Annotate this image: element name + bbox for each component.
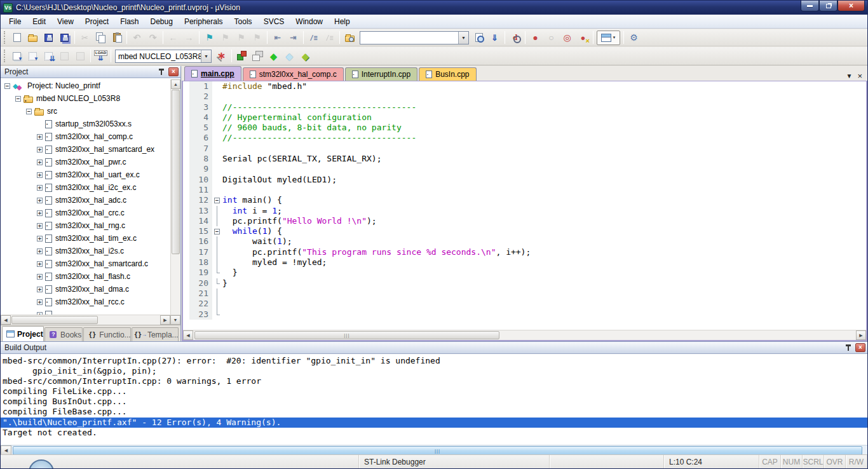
tree-item-stm32l0xx-hal-dma-c[interactable]: +stm32l0xx_hal_dma.c xyxy=(1,283,170,296)
menu-peripherals[interactable]: Peripherals xyxy=(179,16,229,27)
find-in-files-button[interactable] xyxy=(342,31,358,45)
tree-item-stm32l0xx-hal-uart-ex-c[interactable]: +stm32l0xx_hal_uart_ex.c xyxy=(1,168,170,181)
expand-icon[interactable]: + xyxy=(37,147,43,153)
build-output-line[interactable]: ".\build\Nucleo_printf.axf" - 12 Error(s… xyxy=(1,418,867,428)
expand-icon[interactable]: + xyxy=(37,274,43,280)
kill-breakpoints-button[interactable] xyxy=(575,31,591,45)
tree-item-stm32l0xx-hal-adc-c[interactable]: +stm32l0xx_hal_adc.c xyxy=(1,194,170,207)
combo-dropdown-arrow-icon[interactable]: ▼ xyxy=(458,32,468,44)
build-output-line[interactable]: gpio_init_in(&gpio, pin); xyxy=(1,366,867,376)
menu-window[interactable]: Window xyxy=(290,16,329,27)
build-output-close-button[interactable]: × xyxy=(855,343,865,352)
build-output-line[interactable]: compiling FileLike.cpp... xyxy=(1,386,867,397)
panel-tab-books[interactable]: Books xyxy=(44,327,83,341)
collapse-icon[interactable]: − xyxy=(15,96,21,102)
cut-button[interactable] xyxy=(77,31,93,45)
tree-item-startup-stm32l053xx-s[interactable]: startup_stm32l053xx.s xyxy=(1,118,170,130)
project-tree[interactable]: −Project: Nucleo_printf−mbed NUCLEO_L053… xyxy=(1,79,170,315)
tree-item-stm32l0xx-hal-rng-c[interactable]: +stm32l0xx_hal_rng.c xyxy=(1,219,170,232)
build-output-line[interactable]: mbed-src/common/InterruptIn.cpp: 0 warni… xyxy=(1,376,867,386)
build-output-line[interactable]: Target not created. xyxy=(1,428,867,438)
undo-button[interactable] xyxy=(129,31,145,45)
scrollbar-thumb[interactable]: ||| xyxy=(13,446,862,455)
target-select-combobox[interactable]: mbed NUCLEO_L053R8▼ xyxy=(115,50,212,63)
tree-item[interactable]: + xyxy=(1,308,170,315)
manage-project-items-button[interactable] xyxy=(250,49,266,64)
menu-edit[interactable]: Edit xyxy=(27,16,51,27)
configure-tools-button[interactable] xyxy=(626,31,642,45)
unindent-button[interactable] xyxy=(269,31,285,45)
pin-icon[interactable] xyxy=(845,344,852,351)
build-output-line[interactable]: compiling BusInOut.cpp... xyxy=(1,397,867,407)
expand-icon[interactable]: + xyxy=(37,248,43,254)
combo-dropdown-arrow-icon[interactable]: ▼ xyxy=(201,50,211,62)
tab-list-dropdown-button[interactable]: ▼ xyxy=(846,72,853,79)
project-panel-close-button[interactable]: × xyxy=(168,67,179,76)
tree-item-src[interactable]: −src xyxy=(1,105,170,118)
uncomment-selection-button[interactable] xyxy=(322,31,337,45)
pin-icon[interactable] xyxy=(158,68,165,76)
incremental-find-button[interactable] xyxy=(487,31,503,45)
tree-item-stm32l0xx-hal-pwr-c[interactable]: +stm32l0xx_hal_pwr.c xyxy=(1,156,170,168)
panel-tab-templa[interactable]: Templa... xyxy=(132,327,179,341)
expand-icon[interactable]: + xyxy=(37,210,43,216)
expand-icon[interactable]: + xyxy=(37,312,43,315)
tree-item-stm32l0xx-hal-i2s-c[interactable]: +stm32l0xx_hal_i2s.c xyxy=(1,245,170,257)
options-for-target-button[interactable] xyxy=(214,49,229,64)
find-in-files-dialog-button[interactable] xyxy=(471,31,487,45)
close-tab-button[interactable]: × xyxy=(857,71,862,81)
download-button[interactable] xyxy=(93,49,109,64)
prev-bookmark-button[interactable] xyxy=(217,31,233,45)
manage-rte-button[interactable] xyxy=(234,49,250,64)
search-combobox[interactable]: ▼ xyxy=(360,31,469,44)
next-bookmark-button[interactable] xyxy=(233,31,249,45)
rebuild-button[interactable] xyxy=(41,49,57,64)
build-button[interactable] xyxy=(25,49,41,64)
panel-tab-functio[interactable]: Functio... xyxy=(83,327,131,341)
pack-installer-button[interactable] xyxy=(281,49,297,64)
debug-windows-button[interactable]: ▼ xyxy=(597,31,620,45)
scroll-right-button[interactable]: ▶ xyxy=(856,330,866,340)
expand-icon[interactable]: + xyxy=(37,198,43,203)
build-output-log[interactable]: mbed-src/common/InterruptIn.cpp(27): err… xyxy=(1,354,867,445)
menu-file[interactable]: File xyxy=(3,16,27,27)
copy-button[interactable] xyxy=(93,31,109,45)
comment-selection-button[interactable] xyxy=(306,31,322,45)
tree-item-stm32l0xx-hal-tim-ex-c[interactable]: +stm32l0xx_hal_tim_ex.c xyxy=(1,232,170,245)
editor-tab-stm32l0xx-hal-comp-c[interactable]: stm32l0xx_hal_comp.c xyxy=(243,67,344,81)
redo-button[interactable] xyxy=(145,31,161,45)
scrollbar-thumb[interactable]: ||| xyxy=(194,331,499,339)
scroll-down-button[interactable]: ▼ xyxy=(170,315,180,325)
tree-item-stm32l0xx-hal-crc-c[interactable]: +stm32l0xx_hal_crc.c xyxy=(1,207,170,219)
toolbar-grip[interactable] xyxy=(4,31,7,44)
navigate-forward-button[interactable] xyxy=(181,31,197,45)
scroll-left-button[interactable]: ◀ xyxy=(1,315,11,325)
tree-item-stm32l0xx-hal-smartcard-c[interactable]: +stm32l0xx_hal_smartcard.c xyxy=(1,257,170,270)
code-editor[interactable]: 1#include "mbed.h"23//------------------… xyxy=(183,81,866,330)
navigate-back-button[interactable] xyxy=(165,31,181,45)
tree-item-stm32l0xx-hal-smartcard-ex[interactable]: +stm32l0xx_hal_smartcard_ex xyxy=(1,143,170,156)
expand-icon[interactable]: + xyxy=(37,134,43,140)
scrollbar-thumb[interactable] xyxy=(11,316,98,324)
menu-tools[interactable]: Tools xyxy=(229,16,258,27)
save-all-button[interactable] xyxy=(57,31,72,45)
toolbar-grip[interactable] xyxy=(4,50,7,62)
translate-button[interactable] xyxy=(9,49,25,64)
restore-button[interactable] xyxy=(819,1,837,11)
tree-item-mbed-nucleo-l053r8[interactable]: −mbed NUCLEO_L053R8 xyxy=(1,92,170,105)
scrollbar-track[interactable]: ||| xyxy=(193,330,856,340)
menu-flash[interactable]: Flash xyxy=(114,16,144,27)
expand-icon[interactable]: + xyxy=(37,236,43,241)
menu-project[interactable]: Project xyxy=(79,16,114,27)
panel-tab-project[interactable]: Project xyxy=(2,326,44,341)
editor-tab-busin-cpp[interactable]: BusIn.cpp xyxy=(419,67,476,81)
minimize-button[interactable] xyxy=(801,1,819,11)
tree-item-project-nucleo-printf[interactable]: −Project: Nucleo_printf xyxy=(1,79,170,92)
expand-icon[interactable]: + xyxy=(37,261,43,267)
collapse-icon[interactable]: − xyxy=(4,83,10,89)
insert-breakpoint-button[interactable] xyxy=(527,31,543,45)
paste-button[interactable] xyxy=(109,31,125,45)
tree-item-stm32l0xx-hal-comp-c[interactable]: +stm32l0xx_hal_comp.c xyxy=(1,130,170,143)
menu-debug[interactable]: Debug xyxy=(145,16,179,27)
select-software-packs-button[interactable] xyxy=(266,49,281,64)
